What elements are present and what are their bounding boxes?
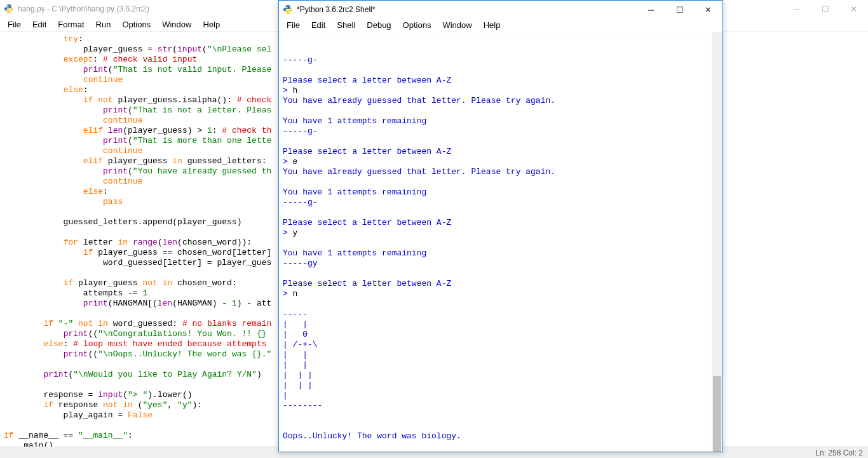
scrollbar-vertical[interactable] <box>712 32 722 452</box>
menu-run[interactable]: Run <box>91 18 116 30</box>
cursor-position: Ln: 258 Col: 2 <box>815 448 863 457</box>
svg-point-1 <box>10 12 10 13</box>
shell-window-controls: ─ ☐ ✕ <box>637 1 722 18</box>
svg-point-3 <box>288 13 289 13</box>
python-icon <box>4 4 14 14</box>
close-button[interactable]: ✕ <box>694 1 722 18</box>
editor-window-controls: ─ ☐ ✕ <box>782 0 868 18</box>
menu-format[interactable]: Format <box>53 18 89 30</box>
menu-edit[interactable]: Edit <box>306 19 330 31</box>
menu-shell[interactable]: Shell <box>332 19 360 31</box>
shell-window: *Python 3.6.2rc2 Shell* ─ ☐ ✕ File Edit … <box>278 0 723 452</box>
menu-file[interactable]: File <box>281 19 305 31</box>
svg-point-0 <box>7 5 8 6</box>
maximize-button[interactable]: ☐ <box>665 1 694 18</box>
svg-point-2 <box>286 6 287 6</box>
shell-title: *Python 3.6.2rc2 Shell* <box>297 5 637 14</box>
menu-help[interactable]: Help <box>478 19 506 31</box>
menu-window[interactable]: Window <box>157 18 196 30</box>
menu-options[interactable]: Options <box>117 18 156 30</box>
minimize-button[interactable]: ─ <box>782 0 811 18</box>
menu-edit[interactable]: Edit <box>27 18 51 30</box>
python-icon <box>283 4 293 15</box>
shell-titlebar[interactable]: *Python 3.6.2rc2 Shell* ─ ☐ ✕ <box>279 1 722 18</box>
menu-file[interactable]: File <box>3 18 26 30</box>
shell-menubar: File Edit Shell Debug Options Window Hel… <box>279 18 722 32</box>
close-button[interactable]: ✕ <box>839 0 868 18</box>
minimize-button[interactable]: ─ <box>637 1 665 18</box>
shell-output[interactable]: -----g- Please select a letter between A… <box>279 32 722 452</box>
scrollbar-thumb[interactable] <box>713 376 721 452</box>
menu-options[interactable]: Options <box>398 19 437 31</box>
maximize-button[interactable]: ☐ <box>811 0 839 18</box>
menu-debug[interactable]: Debug <box>362 19 396 31</box>
menu-window[interactable]: Window <box>437 19 477 31</box>
menu-help[interactable]: Help <box>198 18 225 30</box>
